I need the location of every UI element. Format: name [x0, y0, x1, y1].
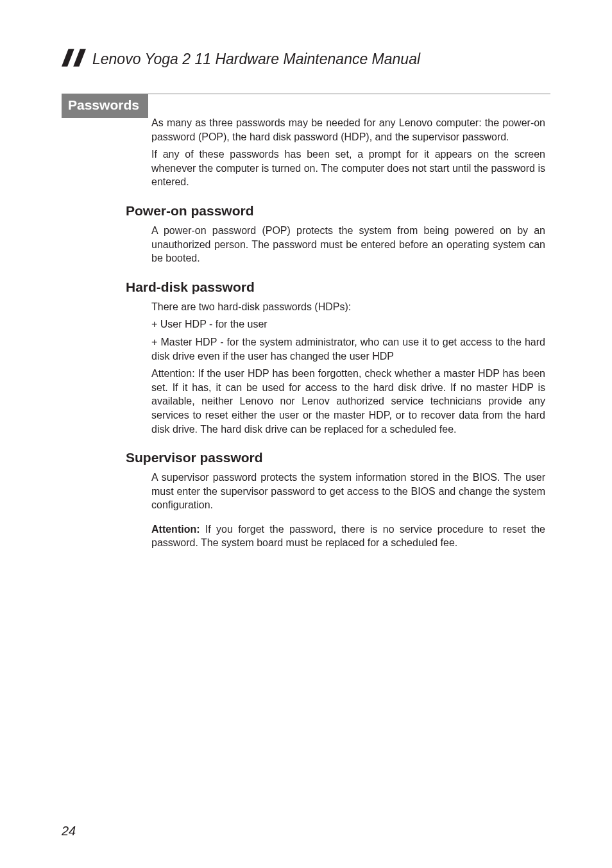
- subsection-hard-disk: Hard-disk password: [126, 280, 550, 295]
- hdp-intro: There are two hard-disk passwords (HDPs)…: [151, 300, 545, 314]
- hdp-bullet-user: + User HDP - for the user: [151, 317, 545, 331]
- attention-label: Attention:: [151, 524, 200, 535]
- double-slash-icon: [62, 47, 86, 68]
- section-title: Passwords: [62, 94, 148, 118]
- hdp-bullet-master: + Master HDP - for the system administra…: [151, 335, 545, 363]
- subsection-supervisor: Supervisor password: [126, 450, 550, 465]
- subsection-hard-disk-body: There are two hard-disk passwords (HDPs)…: [151, 300, 545, 436]
- section-intro: As many as three passwords may be needed…: [151, 116, 545, 189]
- subsection-heading: Hard-disk password: [126, 280, 550, 295]
- page-number: 24: [62, 824, 76, 839]
- svg-marker-0: [62, 49, 74, 66]
- attention-body: If you forget the password, there is no …: [151, 524, 545, 549]
- subsection-power-on-body: A power-on password (POP) protects the s…: [151, 224, 545, 265]
- intro-paragraph-2: If any of these passwords has been set, …: [151, 147, 545, 189]
- subsection-supervisor-body: A supervisor password protects the syste…: [151, 471, 545, 550]
- intro-paragraph-1: As many as three passwords may be needed…: [151, 116, 545, 144]
- section-divider: Passwords: [62, 94, 550, 94]
- document-title: Lenovo Yoga 2 11 Hardware Maintenance Ma…: [92, 52, 420, 68]
- hdp-attention: Attention: If the user HDP has been forg…: [151, 367, 545, 436]
- subsection-power-on: Power-on password: [126, 203, 550, 219]
- subsection-heading: Power-on password: [126, 203, 550, 219]
- svg-marker-1: [73, 49, 86, 66]
- subsection-heading: Supervisor password: [126, 450, 550, 465]
- page-header: Lenovo Yoga 2 11 Hardware Maintenance Ma…: [62, 47, 550, 68]
- page: Lenovo Yoga 2 11 Hardware Maintenance Ma…: [0, 0, 612, 868]
- supervisor-attention: Attention: If you forget the password, t…: [151, 522, 545, 550]
- power-on-paragraph: A power-on password (POP) protects the s…: [151, 224, 545, 265]
- supervisor-paragraph: A supervisor password protects the syste…: [151, 471, 545, 512]
